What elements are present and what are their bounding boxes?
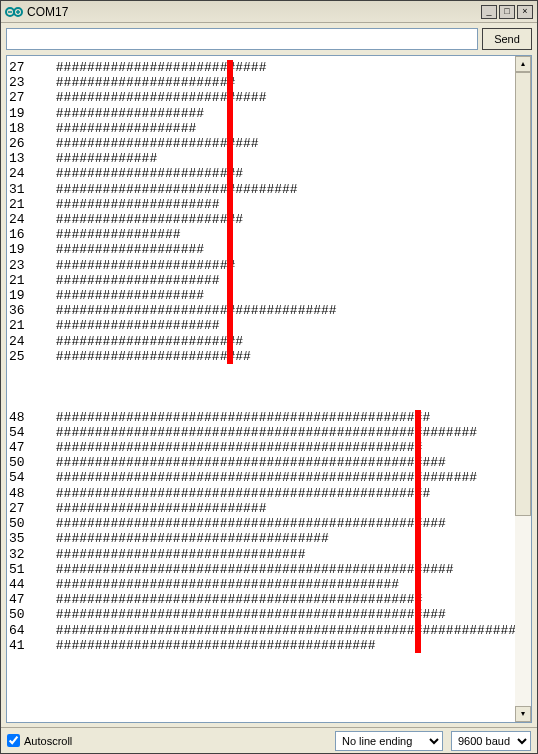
scroll-up-button[interactable]: ▴ (515, 56, 531, 72)
autoscroll-checkbox[interactable]: Autoscroll (7, 734, 327, 747)
close-button[interactable]: × (517, 5, 533, 19)
scroll-track[interactable] (515, 72, 531, 706)
terminal-text: 27 ########################### 23 ######… (9, 60, 513, 653)
maximize-button[interactable]: □ (499, 5, 515, 19)
serial-input[interactable] (6, 28, 478, 50)
line-ending-select[interactable]: No line ending (335, 731, 443, 751)
scroll-thumb[interactable] (515, 72, 531, 516)
serial-output-panel: 27 ########################### 23 ######… (6, 55, 532, 723)
send-button[interactable]: Send (482, 28, 532, 50)
window-title: COM17 (27, 5, 481, 19)
scroll-down-button[interactable]: ▾ (515, 706, 531, 722)
minimize-button[interactable]: _ (481, 5, 497, 19)
serial-output[interactable]: 27 ########################### 23 ######… (7, 56, 515, 722)
arduino-icon (5, 6, 23, 18)
window-controls: _ □ × (481, 5, 533, 19)
autoscroll-input[interactable] (7, 734, 20, 747)
autoscroll-label: Autoscroll (24, 735, 72, 747)
titlebar[interactable]: COM17 _ □ × (1, 1, 537, 23)
baud-rate-select[interactable]: 9600 baud (451, 731, 531, 751)
red-marker-bar-1 (227, 60, 233, 364)
red-marker-bar-2 (415, 410, 421, 653)
vertical-scrollbar[interactable]: ▴ ▾ (515, 56, 531, 722)
serial-monitor-window: COM17 _ □ × Send 27 ####################… (0, 0, 538, 754)
send-toolbar: Send (1, 23, 537, 55)
status-bar: Autoscroll No line ending 9600 baud (1, 727, 537, 753)
